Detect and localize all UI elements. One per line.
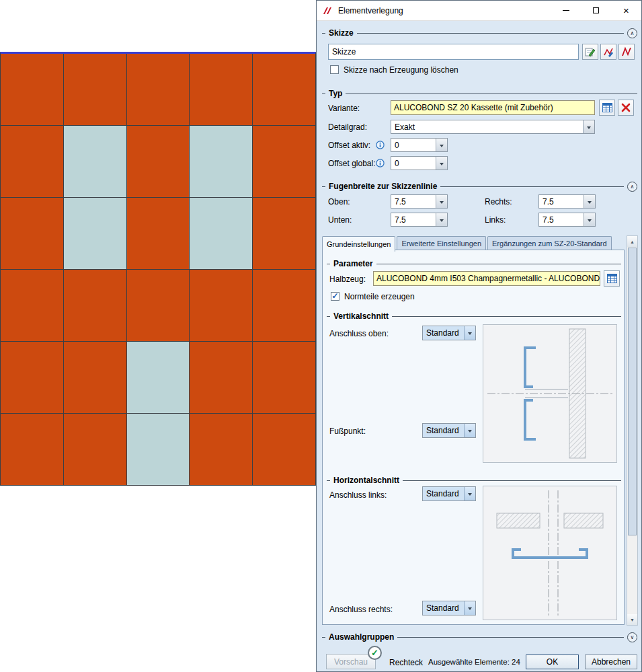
panel-cell[interactable] bbox=[127, 126, 190, 197]
panel-cell[interactable] bbox=[190, 54, 252, 125]
minimize-button[interactable] bbox=[551, 1, 581, 21]
delete-sketch-checkbox[interactable] bbox=[330, 65, 339, 74]
anschluss-rechts-select[interactable]: Standard bbox=[422, 601, 476, 615]
cancel-button[interactable]: Abbrechen bbox=[585, 655, 637, 669]
panel-cell[interactable] bbox=[253, 342, 315, 413]
maximize-button[interactable] bbox=[581, 1, 611, 21]
mode-label: Rechteck bbox=[389, 658, 423, 667]
anschluss-oben-select[interactable]: Standard bbox=[422, 326, 476, 340]
expand-auswahlgruppen-button[interactable]: ∨ bbox=[627, 632, 637, 642]
parameter-group-title: Parameter bbox=[333, 259, 373, 268]
variante-value: ALUCOBOND SZ 20 Kassette (mit Zubehör) bbox=[394, 103, 553, 112]
panel-cell[interactable] bbox=[1, 126, 63, 197]
chevron-down-icon bbox=[583, 120, 594, 133]
offset-global-select[interactable]: 0 bbox=[391, 156, 448, 170]
rechts-select[interactable]: 7.5 bbox=[538, 194, 596, 209]
tab-page-scrollbar[interactable]: ▲ ▼ bbox=[627, 235, 638, 626]
panel-layout-canvas[interactable] bbox=[0, 52, 316, 486]
collapse-skizze-button[interactable]: ∧ bbox=[627, 28, 637, 38]
tab-erweiterte-einstellungen[interactable]: Erweiterte Einstellungen bbox=[397, 236, 486, 250]
normteile-checkbox-label: Normteile erzeugen bbox=[344, 292, 415, 301]
panel-cell[interactable] bbox=[190, 414, 252, 485]
unten-value: 7.5 bbox=[391, 213, 436, 226]
auswahlgruppen-group-header: Auswahlgruppen ∨ bbox=[322, 632, 637, 642]
panel-cell[interactable] bbox=[1, 270, 63, 341]
opening-cell[interactable] bbox=[127, 414, 190, 485]
variante-delete-button[interactable] bbox=[618, 100, 634, 116]
chevron-down-icon bbox=[436, 157, 447, 170]
panel-cell[interactable] bbox=[1, 414, 63, 485]
edit-sketch-icon bbox=[621, 46, 632, 57]
anschluss-oben-value: Standard bbox=[423, 326, 464, 340]
panel-cell[interactable] bbox=[1, 198, 63, 269]
opening-cell[interactable] bbox=[64, 198, 126, 269]
skizze-input[interactable]: Skizze bbox=[328, 44, 579, 60]
fusspunkt-value: Standard bbox=[423, 424, 464, 437]
halbzeug-field[interactable]: ALUCOBOND 4mm I503 Champagnermetallic - … bbox=[373, 271, 600, 286]
chevron-down-icon bbox=[436, 195, 447, 208]
selection-count-label: Ausgewählte Elemente: 24 bbox=[428, 658, 520, 666]
anschluss-links-select[interactable]: Standard bbox=[422, 486, 476, 501]
close-button[interactable]: × bbox=[611, 1, 641, 21]
oben-label: Oben: bbox=[328, 197, 350, 207]
panel-cell[interactable] bbox=[1, 54, 63, 125]
normteile-checkbox[interactable]: ✓ bbox=[331, 292, 339, 301]
panel-cell[interactable] bbox=[253, 54, 315, 125]
panel-cell[interactable] bbox=[253, 270, 315, 341]
opening-cell[interactable] bbox=[190, 126, 252, 197]
chevron-down-icon bbox=[584, 213, 595, 226]
auswahlgruppen-group-title: Auswahlgruppen bbox=[329, 632, 394, 642]
variante-select-button[interactable] bbox=[599, 100, 615, 116]
collapse-fugenbreite-button[interactable]: ∧ bbox=[627, 182, 637, 192]
rechts-label: Rechts: bbox=[485, 197, 512, 207]
tab-label: Erweiterte Einstellungen bbox=[401, 239, 481, 248]
panel-cell[interactable] bbox=[1, 342, 63, 413]
panel-cell[interactable] bbox=[127, 198, 190, 269]
scroll-down-button[interactable]: ▼ bbox=[627, 614, 637, 625]
chevron-down-icon bbox=[464, 601, 475, 615]
opening-cell[interactable] bbox=[190, 198, 252, 269]
panel-cell[interactable] bbox=[64, 270, 126, 341]
ok-button[interactable]: OK bbox=[526, 655, 579, 669]
titlebar[interactable]: Elementverlegung × bbox=[317, 1, 641, 21]
detailgrad-label: Detailgrad: bbox=[328, 122, 367, 132]
fusspunkt-label: Fußpunkt: bbox=[329, 426, 366, 436]
scrollbar-thumb[interactable] bbox=[628, 248, 637, 535]
edit-sketch-button[interactable] bbox=[618, 44, 635, 60]
offset-global-info-icon[interactable] bbox=[376, 159, 385, 167]
select-sketch-button[interactable] bbox=[600, 44, 616, 60]
tab-grundeinstellungen[interactable]: Grundeinstellungen bbox=[322, 236, 395, 252]
tab-ergaenzungen-sz20[interactable]: Ergänzungen zum SZ-20-Standard bbox=[487, 236, 612, 250]
panel-cell[interactable] bbox=[127, 270, 190, 341]
detailgrad-select[interactable]: Exakt bbox=[391, 120, 595, 134]
panel-cell[interactable] bbox=[64, 342, 126, 413]
variante-label: Variante: bbox=[328, 104, 360, 113]
app-icon bbox=[322, 5, 333, 16]
variante-field[interactable]: ALUCOBOND SZ 20 Kassette (mit Zubehör) bbox=[391, 100, 595, 115]
opening-cell[interactable] bbox=[64, 126, 126, 197]
halbzeug-select-button[interactable] bbox=[604, 270, 620, 287]
scroll-up-button[interactable]: ▲ bbox=[627, 236, 637, 247]
panel-cell[interactable] bbox=[190, 342, 252, 413]
offset-aktiv-select[interactable]: 0 bbox=[391, 138, 448, 152]
create-sketch-button[interactable] bbox=[582, 44, 598, 60]
offset-global-label: Offset global: bbox=[328, 159, 376, 168]
fugenbreite-group-title: Fugenbreite zur Skizzenlinie bbox=[329, 182, 437, 191]
panel-cell[interactable] bbox=[64, 414, 126, 485]
unten-select[interactable]: 7.5 bbox=[391, 213, 448, 227]
oben-value: 7.5 bbox=[391, 195, 436, 208]
panel-cell[interactable] bbox=[127, 54, 190, 125]
panel-cell[interactable] bbox=[253, 198, 315, 269]
preview-check-icon: ✓ bbox=[368, 646, 382, 660]
scroll-down-icon: ▼ bbox=[630, 618, 635, 622]
opening-cell[interactable] bbox=[127, 342, 190, 413]
offset-aktiv-info-icon[interactable] bbox=[376, 141, 385, 149]
maximize-icon bbox=[593, 7, 599, 13]
fusspunkt-select[interactable]: Standard bbox=[422, 423, 476, 438]
panel-cell[interactable] bbox=[64, 54, 126, 125]
panel-cell[interactable] bbox=[190, 270, 252, 341]
panel-cell[interactable] bbox=[253, 414, 315, 485]
oben-select[interactable]: 7.5 bbox=[391, 194, 448, 209]
links-select[interactable]: 7.5 bbox=[538, 213, 596, 227]
panel-cell[interactable] bbox=[253, 126, 315, 197]
